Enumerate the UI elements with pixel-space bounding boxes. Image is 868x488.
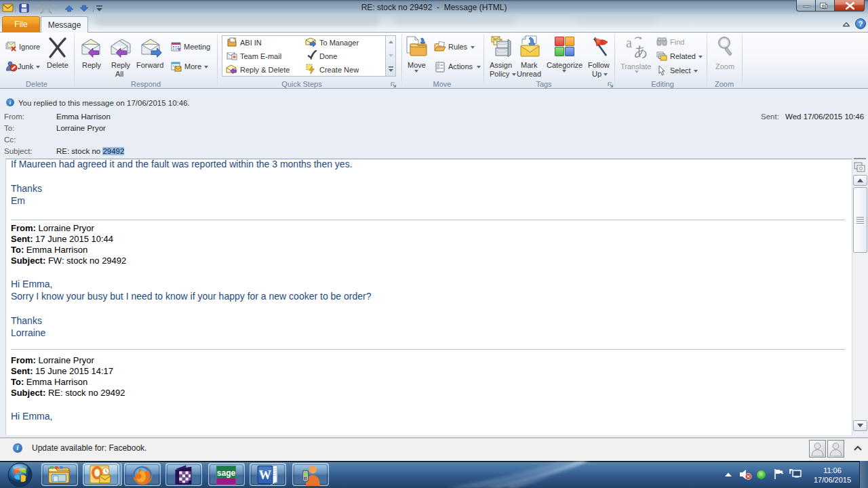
svg-text:W: W (259, 468, 271, 482)
svg-text:a: a (626, 35, 632, 50)
svg-text:sage: sage (217, 468, 236, 478)
svg-text:あ: あ (634, 43, 648, 58)
